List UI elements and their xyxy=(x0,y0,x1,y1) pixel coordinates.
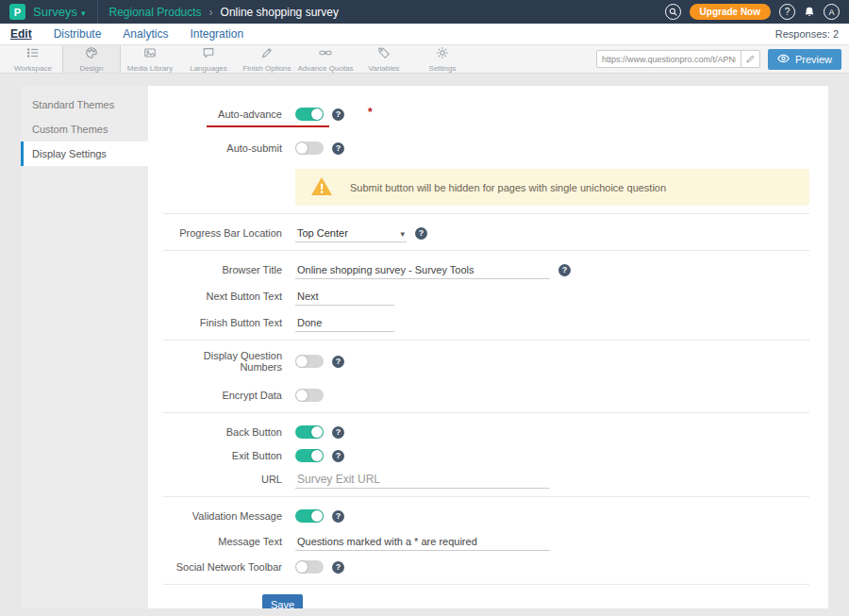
toggle-knob xyxy=(311,426,323,438)
auto-submit-toggle[interactable] xyxy=(295,142,324,155)
auto-submit-label: Auto-submit xyxy=(163,142,295,154)
breadcrumb: Regional Products › Online shopping surv… xyxy=(109,6,339,19)
validation-message-label: Validation Message xyxy=(163,510,295,522)
section-divider xyxy=(163,250,809,251)
tab-analytics[interactable]: Analytics xyxy=(123,27,168,41)
chevron-down-icon xyxy=(81,5,86,19)
setting-row-back-button: Back Button xyxy=(163,423,809,441)
help-icon[interactable] xyxy=(332,142,344,155)
notifications-bell-icon[interactable] xyxy=(804,6,815,18)
toolbar-item-media-library[interactable]: Media Library xyxy=(121,45,179,73)
setting-row-encrypt-data: Encrypt Data xyxy=(163,386,809,405)
social-network-toolbar-label: Social Network Toolbar xyxy=(163,561,295,573)
auto-advance-toggle[interactable] xyxy=(295,108,324,121)
save-row: Save xyxy=(163,594,809,608)
warning-row: Submit button will be hidden for pages w… xyxy=(163,169,809,206)
exit-url-input[interactable] xyxy=(295,471,550,489)
tab-distribute[interactable]: Distribute xyxy=(54,27,102,41)
chat-bubble-icon xyxy=(202,46,215,63)
preview-button[interactable]: Preview xyxy=(768,49,841,70)
display-question-numbers-label: Display Question Numbers xyxy=(163,350,295,373)
toolbar-item-settings[interactable]: Settings xyxy=(413,45,472,73)
message-text-input[interactable] xyxy=(295,533,550,551)
annotation-underline xyxy=(207,125,329,127)
toolbar-item-advance-quotas[interactable]: Advance Quotas xyxy=(296,45,355,73)
toggle-knob xyxy=(296,356,308,367)
auto-advance-label: Auto-advance xyxy=(163,108,295,120)
surveys-menu[interactable]: Surveys xyxy=(33,5,86,19)
validation-message-toggle[interactable] xyxy=(295,509,324,523)
toolbar-item-workspace[interactable]: Workspace xyxy=(4,45,62,73)
finish-button-text-input[interactable] xyxy=(295,314,394,332)
tab-edit[interactable]: Edit xyxy=(10,27,32,41)
survey-url-input[interactable] xyxy=(597,55,741,64)
responses-count[interactable]: Responses: 2 xyxy=(775,28,839,40)
toolbar-item-label: Variables xyxy=(369,64,400,73)
toolbar-item-label: Media Library xyxy=(127,64,173,73)
toggle-knob xyxy=(311,510,323,522)
toolbar-item-design[interactable]: Design xyxy=(62,45,121,73)
eye-icon xyxy=(777,54,790,65)
back-button-toggle[interactable] xyxy=(295,425,324,439)
secondary-nav: Edit Distribute Analytics Integration Re… xyxy=(0,24,849,45)
top-navigation-bar: P Surveys Regional Products › Online sho… xyxy=(0,0,849,24)
gear-icon xyxy=(436,46,449,63)
section-divider xyxy=(163,584,809,585)
edit-url-pencil-icon[interactable] xyxy=(741,51,759,67)
help-icon[interactable] xyxy=(415,227,427,240)
toolbar-item-label: Finish Options xyxy=(242,64,291,73)
help-icon[interactable] xyxy=(332,356,344,368)
browser-title-label: Browser Title xyxy=(163,264,295,275)
encrypt-data-toggle[interactable] xyxy=(295,389,324,402)
sidebar-item-custom-themes[interactable]: Custom Themes xyxy=(21,117,148,142)
help-icon[interactable] xyxy=(332,450,344,462)
pencil-icon xyxy=(260,46,274,63)
workspace-icon xyxy=(26,46,40,63)
preview-button-label: Preview xyxy=(795,54,832,65)
exit-button-label: Exit Button xyxy=(163,450,295,461)
help-icon[interactable] xyxy=(332,510,344,523)
section-divider xyxy=(163,412,809,413)
setting-row-validation-message: Validation Message xyxy=(163,507,809,525)
display-question-numbers-toggle[interactable] xyxy=(295,355,324,368)
search-icon[interactable] xyxy=(665,4,681,20)
setting-row-social-network-toolbar: Social Network Toolbar xyxy=(163,558,809,576)
progress-bar-location-select[interactable]: Top Center xyxy=(295,225,407,242)
toolbar-item-label: Workspace xyxy=(14,64,52,73)
toolbar-right: Preview xyxy=(596,45,845,73)
browser-title-input[interactable] xyxy=(295,261,550,279)
setting-row-display-question-numbers: Display Question Numbers xyxy=(163,350,809,373)
design-toolbar: Workspace Design Media Library Languages… xyxy=(0,45,849,74)
topbar-actions: Upgrade Now A xyxy=(665,4,840,20)
toggle-knob xyxy=(311,108,323,120)
exit-button-toggle[interactable] xyxy=(295,449,324,462)
help-icon[interactable] xyxy=(332,108,344,121)
avatar[interactable]: A xyxy=(824,4,840,20)
help-icon[interactable] xyxy=(332,426,344,439)
setting-row-exit-url: URL xyxy=(163,470,809,489)
breadcrumb-parent-link[interactable]: Regional Products xyxy=(109,6,202,19)
toggle-knob xyxy=(296,142,308,154)
content-area: Standard Themes Custom Themes Display Se… xyxy=(0,74,849,616)
toolbar-item-languages[interactable]: Languages xyxy=(179,45,238,73)
toolbar-item-finish-options[interactable]: Finish Options xyxy=(238,45,296,73)
questionpro-logo[interactable]: P xyxy=(9,4,25,20)
toggle-knob xyxy=(296,561,308,573)
toolbar-item-label: Languages xyxy=(190,64,227,73)
toolbar-item-variables[interactable]: Variables xyxy=(355,45,413,73)
next-button-text-input[interactable] xyxy=(295,288,394,306)
save-button[interactable]: Save xyxy=(262,594,303,608)
setting-row-progress-bar-location: Progress Bar Location Top Center xyxy=(163,224,809,242)
help-icon[interactable] xyxy=(558,264,571,276)
sidebar-item-display-settings[interactable]: Display Settings xyxy=(21,142,148,166)
help-icon[interactable] xyxy=(332,561,344,574)
help-icon[interactable] xyxy=(779,4,795,20)
social-network-toolbar-toggle[interactable] xyxy=(295,560,324,574)
setting-row-next-button-text: Next Button Text xyxy=(163,287,809,306)
sidebar-item-standard-themes[interactable]: Standard Themes xyxy=(21,92,148,117)
toolbar-item-label: Advance Quotas xyxy=(297,64,353,73)
chevron-down-icon xyxy=(400,227,405,239)
toggle-knob xyxy=(296,390,308,401)
tab-integration[interactable]: Integration xyxy=(190,27,243,41)
upgrade-now-button[interactable]: Upgrade Now xyxy=(690,4,771,20)
